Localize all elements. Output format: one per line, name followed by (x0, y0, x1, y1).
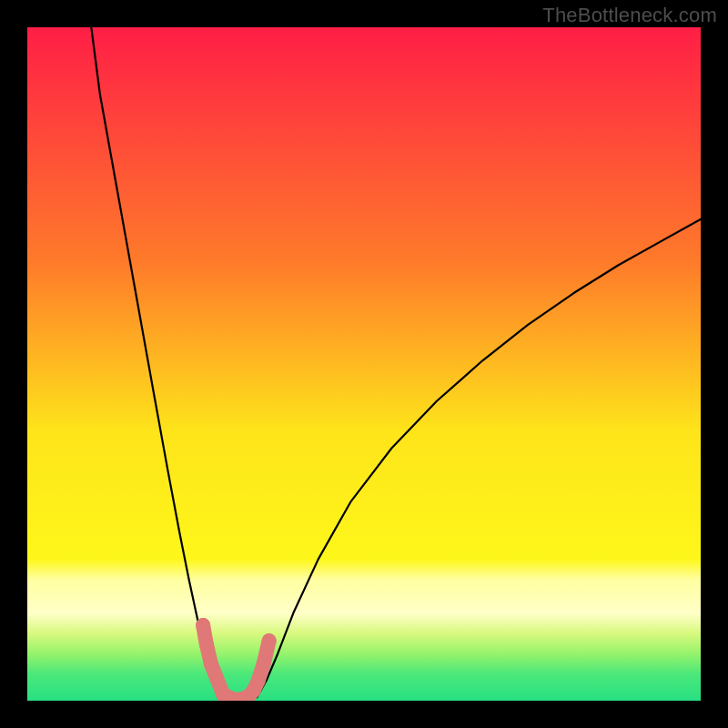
valley-marker (196, 618, 210, 632)
chart-frame: TheBottleneck.com (0, 0, 728, 728)
gradient-background (27, 27, 701, 701)
plot-area (27, 27, 701, 701)
valley-marker (262, 633, 277, 648)
watermark-text: TheBottleneck.com (542, 4, 717, 27)
valley-marker (251, 673, 266, 688)
valley-marker (204, 657, 218, 672)
chart-svg (27, 27, 701, 701)
valley-marker (257, 656, 271, 671)
valley-marker (199, 637, 214, 652)
